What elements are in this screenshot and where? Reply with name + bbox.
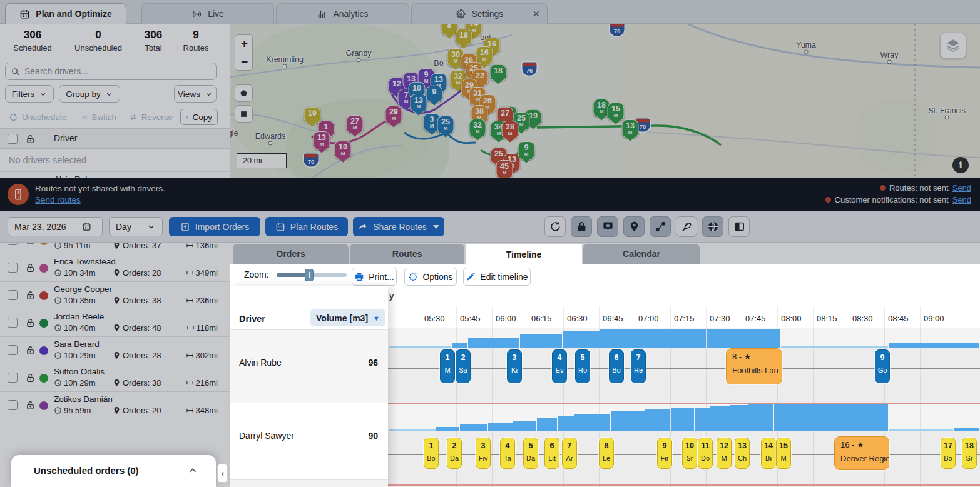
chevron-up-icon[interactable] [187,465,198,476]
lock-icon[interactable] [25,318,36,328]
map-pin[interactable]: 28M [502,121,519,139]
map[interactable]: KremmlingGranbyEdwardsgleontBoYumaWraySt… [230,24,980,178]
timeline-stop[interactable]: 8Le [599,438,614,469]
globe-button[interactable] [702,216,723,237]
timeline-stop[interactable]: 2Da [447,438,462,469]
zoom-slider-handle[interactable] [305,269,314,281]
lock-icon[interactable] [25,134,36,144]
timeline-stop[interactable]: 14Bi [761,438,776,469]
map-info-button[interactable]: i [952,157,969,173]
zoom-out-button[interactable]: − [235,53,253,70]
close-icon[interactable]: × [533,8,539,19]
tab-plan-and-optimize[interactable]: Plan and Optimize [5,3,126,24]
driver-row[interactable]: Sutton Odalis10h 29mOrders: 38216mi [0,364,230,392]
period-select[interactable]: Day [109,217,163,236]
polygon-select-tool[interactable] [235,84,253,102]
timeline-stop[interactable]: 1Bo [424,438,439,469]
lock-icon[interactable] [25,373,36,383]
date-input[interactable] [14,222,77,232]
timeline-stop[interactable]: 12M [717,438,732,469]
lock-icon[interactable] [25,290,36,301]
refresh-button[interactable] [544,216,566,237]
driver-row[interactable]: Zotikos Damián9h 59mOrders: 20348mi [0,392,230,419]
tab-timeline[interactable]: Timeline [466,244,582,265]
metric-dropdown[interactable]: Volume [m3] ▼ [310,309,385,326]
map-pin[interactable]: 18 [490,64,507,81]
search-drivers-input[interactable] [24,66,211,76]
options-button[interactable]: Options [404,268,457,286]
map-pin[interactable]: 9M [518,141,535,160]
send-link[interactable]: Send [952,183,971,193]
map-pin[interactable]: 13M [622,119,639,138]
timeline-stop[interactable]: 3Ki [507,349,522,383]
driver-row[interactable]: Sara Berard10h 29mOrders: 28302mi [0,337,230,364]
timeline-stop-special[interactable]: 8 - ★Foothills Lan [726,348,782,384]
lock-icon[interactable] [25,263,36,273]
timeline-stop[interactable]: 10Sr [682,438,697,469]
map-pin[interactable]: 13M [411,94,427,113]
driver-row[interactable]: Jordan Reele10h 40mOrders: 48118mi [0,309,230,337]
timeline-stop[interactable]: 11Do [698,438,713,469]
tab-settings[interactable]: Settings× [411,3,548,24]
map-layers-button[interactable] [940,33,966,59]
driver-row[interactable]: Erica Townstead10h 34mOrders: 28349mi [0,254,230,282]
date-picker[interactable] [8,217,103,236]
timeline-stop[interactable]: 9Go [875,349,890,383]
select-all-checkbox[interactable] [8,134,18,144]
row-checkbox[interactable] [8,373,18,383]
tab-analytics[interactable]: Analytics [276,3,409,24]
route-branch-button[interactable] [676,216,697,237]
map-pin[interactable]: 45M [496,160,513,178]
timeline-stop[interactable]: 2Sa [456,349,471,383]
sidebar-collapse-button[interactable]: ‹ [217,464,228,483]
map-pin[interactable]: 19 [304,107,321,124]
share-routes-button[interactable]: Share Routes [353,217,444,236]
search-drivers-box[interactable] [5,63,217,80]
calendar-icon[interactable] [82,222,91,231]
group-by-dropdown[interactable]: Group by [59,85,120,103]
pin-star-button[interactable] [597,216,618,237]
filters-dropdown[interactable]: Filters [5,85,54,103]
timeline-stop[interactable]: 1M [440,349,455,383]
zoom-in-button[interactable]: + [235,35,253,53]
location-pin-button[interactable] [623,216,645,237]
copy-button[interactable]: Copy [180,109,218,125]
tab-live[interactable]: Live [141,3,274,24]
lock-icon[interactable] [25,400,36,411]
row-checkbox[interactable] [8,263,18,273]
map-pin[interactable]: 32M [469,119,486,138]
map-pin[interactable]: 15M [608,103,625,121]
row-checkbox[interactable] [8,290,18,300]
import-orders-button[interactable]: Import Orders [169,217,260,236]
lock-button[interactable] [571,216,592,237]
send-link[interactable]: Send [952,195,971,204]
timeline-stop[interactable]: 6Lit [544,438,559,469]
timeline-stop[interactable]: 3Fiv [476,438,491,469]
timeline-stop[interactable]: 4Ta [500,438,515,469]
map-pin[interactable]: 9 [426,86,443,103]
timeline-stop[interactable]: 15M [776,438,791,469]
driver-row[interactable]: George Cooper10h 35mOrders: 38236mi [0,282,230,309]
timeline-stop[interactable]: 6Bo [609,349,624,383]
row-checkbox[interactable] [8,400,18,410]
timeline-stop[interactable]: 4Ev [552,349,567,383]
tab-routes[interactable]: Routes [350,244,464,264]
timeline-stop[interactable]: 7Ar [562,438,577,469]
tab-calendar[interactable]: Calendar [583,244,700,264]
timeline-stop-special[interactable]: 16 - ★Denver Regio [834,436,889,470]
timeline-stop[interactable]: 9Fir [657,438,672,469]
send-routes-link[interactable]: Send routes [35,195,81,204]
timeline-panel-row[interactable]: Darryl Sawyer90 [230,403,388,479]
map-pin[interactable]: 25M [437,116,454,134]
map-pin[interactable]: 29M [385,106,402,124]
lock-icon[interactable] [25,345,36,356]
timeline-stop[interactable]: 5Da [523,438,538,469]
row-checkbox[interactable] [8,318,18,328]
plan-routes-button[interactable]: Plan Routes [265,217,348,236]
split-view-button[interactable] [728,216,750,237]
timeline-stop[interactable]: 18Sr [962,438,977,469]
map-pin[interactable]: 27M [347,115,364,134]
views-dropdown[interactable]: Views [174,85,217,103]
unscheduled-orders-panel[interactable]: Unscheduled orders (0) [11,455,216,487]
timeline-stop[interactable]: 7Re [631,349,646,383]
